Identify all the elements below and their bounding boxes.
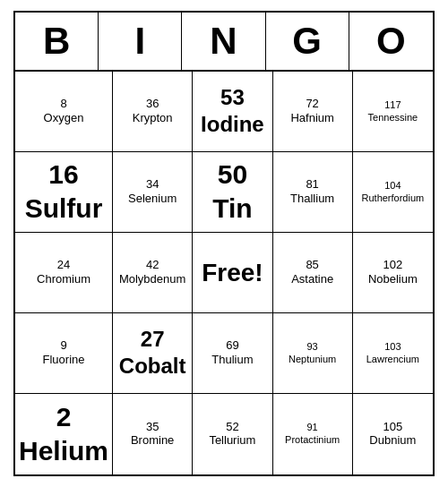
bingo-cell: 36Krypton bbox=[113, 72, 193, 152]
bingo-header: BINGO bbox=[15, 13, 433, 72]
element-name: Thallium bbox=[290, 192, 334, 207]
element-number: 50 bbox=[218, 158, 247, 191]
element-number: 42 bbox=[146, 258, 159, 272]
bingo-cell: 27Cobalt bbox=[113, 313, 193, 394]
element-name: Iodine bbox=[201, 110, 264, 138]
bingo-cell: 53Iodine bbox=[193, 72, 272, 152]
element-number: 36 bbox=[146, 97, 159, 111]
bingo-cell: 42Molybdenum bbox=[113, 233, 193, 313]
bingo-cell: 81Thallium bbox=[273, 152, 353, 233]
element-name: Neptunium bbox=[289, 353, 336, 365]
bingo-cell: 8Oxygen bbox=[15, 72, 113, 152]
element-name: Thulium bbox=[211, 353, 253, 368]
element-number: 34 bbox=[146, 177, 159, 192]
element-name: Bromine bbox=[131, 433, 174, 449]
header-letter: N bbox=[182, 13, 265, 70]
bingo-cell: 35Bromine bbox=[113, 394, 193, 474]
element-name: Astatine bbox=[291, 272, 333, 287]
element-number: 52 bbox=[226, 420, 238, 434]
header-letter: G bbox=[266, 13, 349, 70]
bingo-cell: 105Dubnium bbox=[353, 394, 433, 474]
element-number: 27 bbox=[141, 327, 165, 353]
element-number: 24 bbox=[57, 258, 70, 272]
free-space: Free! bbox=[202, 259, 263, 287]
bingo-cell: 34Selenium bbox=[113, 152, 193, 233]
bingo-cell: 85Astatine bbox=[273, 233, 353, 313]
element-number: 103 bbox=[384, 341, 401, 353]
element-name: Tennessine bbox=[368, 111, 418, 124]
element-name: Helium bbox=[19, 433, 108, 468]
element-number: 93 bbox=[307, 341, 318, 353]
element-name: Rutherfordium bbox=[362, 192, 425, 204]
bingo-cell: 16Sulfur bbox=[15, 152, 113, 233]
header-letter: I bbox=[99, 13, 182, 70]
bingo-cell: 102Nobelium bbox=[353, 233, 433, 313]
element-name: Hafnium bbox=[290, 111, 333, 126]
element-name: Oxygen bbox=[44, 111, 84, 126]
bingo-cell: 103Lawrencium bbox=[353, 313, 433, 394]
element-number: 8 bbox=[60, 97, 66, 111]
bingo-cell: 69Thulium bbox=[193, 313, 272, 394]
bingo-cell: 52Tellurium bbox=[193, 394, 272, 474]
element-name: Molybdenum bbox=[119, 272, 185, 287]
element-name: Tellurium bbox=[209, 433, 255, 449]
element-number: 105 bbox=[383, 420, 403, 434]
element-number: 81 bbox=[306, 177, 318, 192]
element-number: 72 bbox=[306, 97, 318, 111]
element-number: 35 bbox=[146, 420, 159, 434]
element-number: 102 bbox=[383, 258, 403, 272]
element-number: 91 bbox=[307, 422, 318, 433]
bingo-cell: 117Tennessine bbox=[353, 72, 433, 152]
element-name: Dubnium bbox=[369, 433, 416, 449]
element-number: 117 bbox=[384, 99, 401, 111]
bingo-cell: 93Neptunium bbox=[273, 313, 353, 394]
element-number: 104 bbox=[384, 180, 401, 192]
element-number: 16 bbox=[48, 158, 78, 191]
bingo-cell: 9Fluorine bbox=[15, 313, 113, 394]
bingo-cell: 91Protactinium bbox=[273, 394, 353, 474]
element-name: Sulfur bbox=[25, 191, 103, 226]
element-number: 9 bbox=[60, 338, 66, 353]
element-name: Fluorine bbox=[43, 353, 85, 368]
bingo-cell: 50Tin bbox=[193, 152, 272, 233]
bingo-card: BINGO 8Oxygen36Krypton53Iodine72Hafnium1… bbox=[13, 11, 435, 476]
element-name: Cobalt bbox=[119, 352, 186, 380]
element-name: Tin bbox=[212, 191, 252, 226]
element-number: 69 bbox=[226, 338, 238, 353]
bingo-cell: Free! bbox=[193, 233, 272, 313]
element-name: Selenium bbox=[128, 192, 177, 207]
bingo-cell: 72Hafnium bbox=[273, 72, 353, 152]
element-name: Chromium bbox=[37, 272, 90, 287]
element-number: 53 bbox=[220, 85, 245, 111]
element-name: Nobelium bbox=[368, 272, 418, 287]
bingo-cell: 2Helium bbox=[15, 394, 113, 474]
header-letter: B bbox=[15, 13, 99, 70]
bingo-cell: 104Rutherfordium bbox=[353, 152, 433, 233]
header-letter: O bbox=[349, 13, 433, 70]
element-number: 2 bbox=[56, 401, 72, 433]
element-name: Protactinium bbox=[285, 433, 340, 446]
bingo-cell: 24Chromium bbox=[15, 233, 113, 313]
element-name: Lawrencium bbox=[366, 353, 419, 365]
element-number: 85 bbox=[306, 258, 318, 272]
bingo-grid: 8Oxygen36Krypton53Iodine72Hafnium117Tenn… bbox=[15, 72, 433, 474]
element-name: Krypton bbox=[133, 111, 173, 126]
